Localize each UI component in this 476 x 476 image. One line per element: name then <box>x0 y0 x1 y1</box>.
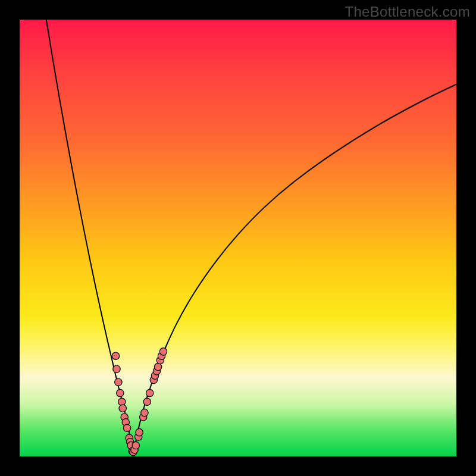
bottleneck-curve <box>46 20 456 454</box>
datapoint <box>132 441 139 449</box>
datapoint <box>136 428 143 436</box>
datapoint <box>123 424 130 431</box>
datapoint <box>141 409 148 416</box>
datapoint <box>113 365 120 372</box>
datapoint <box>146 389 154 396</box>
datapoint <box>119 405 126 412</box>
datapoints-group <box>112 348 167 456</box>
datapoint <box>118 398 126 405</box>
datapoint <box>115 378 122 386</box>
datapoint <box>112 352 119 359</box>
watermark-text: TheBottleneck.com <box>345 4 470 20</box>
datapoint <box>143 398 151 405</box>
datapoint <box>159 348 167 355</box>
datapoint <box>117 389 124 396</box>
chart-svg <box>20 20 456 456</box>
